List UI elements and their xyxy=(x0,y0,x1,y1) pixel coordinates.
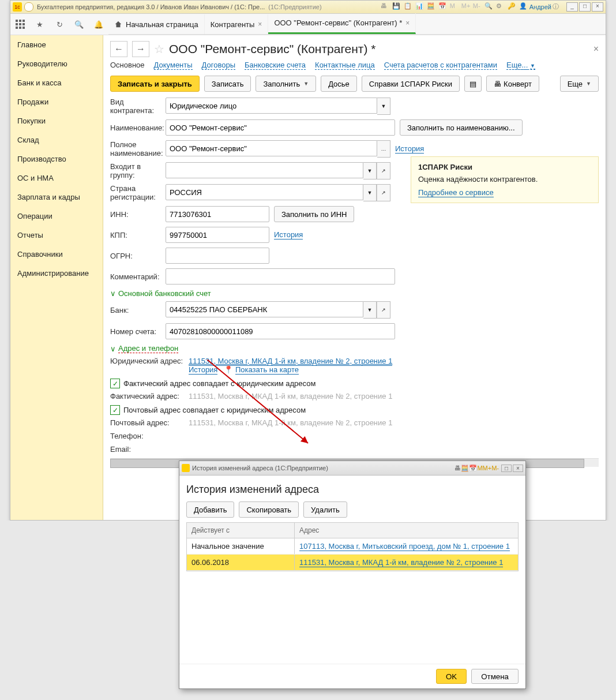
print-icon[interactable]: 🖶 xyxy=(381,2,390,12)
titlebar-dropdown[interactable] xyxy=(24,2,33,12)
star-icon[interactable]: ★ xyxy=(30,14,50,35)
fullname-more-icon[interactable]: … xyxy=(377,140,390,158)
sidebar-item-otchety[interactable]: Отчеты xyxy=(10,226,103,245)
country-dropdown-icon[interactable]: ▼ xyxy=(363,184,377,201)
menu-icon[interactable] xyxy=(10,14,30,35)
fill-button[interactable]: Заполнить▼ xyxy=(256,76,316,92)
tab-close-icon[interactable]: × xyxy=(258,20,262,28)
legal-addr-value[interactable]: 111531, Москва г, МКАД 1-й км, владение … xyxy=(189,357,392,366)
history-link-kpp[interactable]: История xyxy=(274,230,303,239)
subnav-contracts[interactable]: Договоры xyxy=(202,61,235,70)
minimize-button[interactable]: _ xyxy=(566,2,578,12)
m-minus-icon[interactable]: M- xyxy=(473,2,482,12)
sidebar-item-pokupki[interactable]: Покупки xyxy=(10,111,103,130)
calendar-icon[interactable]: 📅 xyxy=(469,465,477,472)
group-open-icon[interactable]: ↗ xyxy=(377,162,390,179)
m-icon[interactable]: M xyxy=(477,465,482,471)
tab-remont-servis[interactable]: ООО "Ремонт-сервис" (Контрагент) * × xyxy=(268,13,416,34)
save-button[interactable]: Записать xyxy=(204,76,251,92)
print-icon[interactable]: 🖶 xyxy=(455,465,461,471)
country-input[interactable] xyxy=(166,184,363,200)
calc-icon[interactable]: 🧮 xyxy=(461,465,469,472)
subnav-contacts[interactable]: Контактные лица xyxy=(315,61,375,70)
sidebar-item-operacii[interactable]: Операции xyxy=(10,207,103,226)
subnav-more[interactable]: Еще... ▼ xyxy=(506,61,535,70)
history-link-addr[interactable]: История xyxy=(189,365,217,375)
sidebar-item-os-nma[interactable]: ОС и НМА xyxy=(10,169,103,188)
prefs-icon[interactable]: ⚙ xyxy=(496,2,505,12)
sidebar-item-rukovoditelyu[interactable]: Руководителю xyxy=(10,54,103,73)
bank-section-toggle[interactable]: ∨ Основной банковский счет xyxy=(110,289,599,298)
comment-input[interactable] xyxy=(166,268,395,285)
zoom-icon[interactable]: 🔍 xyxy=(484,2,494,12)
nav-fwd-button[interactable]: → xyxy=(132,41,149,57)
show-map-link[interactable]: Показать на карте xyxy=(235,365,299,375)
key-icon[interactable]: 🔑 xyxy=(508,2,517,12)
layout-icon-button[interactable]: ▤ xyxy=(464,76,482,92)
bank-input[interactable] xyxy=(166,301,363,317)
spark-button[interactable]: Справки 1СПАРК Риски xyxy=(362,76,460,92)
search-icon[interactable]: 🔍 xyxy=(69,14,89,35)
account-no-input[interactable] xyxy=(166,323,395,339)
bank-dropdown-icon[interactable]: ▼ xyxy=(363,301,377,319)
spark-link[interactable]: Подробнее о сервисе xyxy=(418,188,494,197)
info-icon[interactable]: ⓘ xyxy=(553,2,562,12)
username[interactable]: Андрей xyxy=(529,3,551,10)
group-dropdown-icon[interactable]: ▼ xyxy=(363,162,377,179)
dialog-close-button[interactable]: × xyxy=(513,465,523,472)
add-button[interactable]: Добавить xyxy=(186,501,234,518)
chart-icon[interactable]: 📊 xyxy=(415,2,425,12)
envelope-button[interactable]: 🖶 Конверт xyxy=(486,76,539,92)
sidebar-item-admin[interactable]: Администрирование xyxy=(10,264,103,283)
sidebar-item-proizvodstvo[interactable]: Производство xyxy=(10,149,103,169)
sidebar-item-spravochniki[interactable]: Справочники xyxy=(10,245,103,264)
more-button[interactable]: Еще▼ xyxy=(560,76,599,92)
m-plus-icon[interactable]: M+ xyxy=(483,465,492,471)
bell-icon[interactable]: 🔔 xyxy=(89,14,108,35)
close-button[interactable]: × xyxy=(592,2,603,12)
sidebar-item-glavnoe[interactable]: Главное xyxy=(10,35,103,54)
m-minus-icon[interactable]: M- xyxy=(491,465,499,471)
dialog-maximize-button[interactable]: □ xyxy=(501,465,512,472)
subnav-docs[interactable]: Документы xyxy=(154,61,193,70)
m-icon[interactable]: M xyxy=(450,2,459,12)
delete-button[interactable]: Удалить xyxy=(303,501,347,518)
m-plus-icon[interactable]: M+ xyxy=(461,2,471,12)
calc-icon[interactable]: 🧮 xyxy=(427,2,436,12)
fill-by-inn-button[interactable]: Заполнить по ИНН xyxy=(274,206,354,222)
tab-home[interactable]: Начальная страница xyxy=(108,14,205,34)
country-open-icon[interactable]: ↗ xyxy=(377,184,390,201)
subnav-settlements[interactable]: Счета расчетов с контрагентами xyxy=(384,61,497,70)
subnav-accounts[interactable]: Банковские счета xyxy=(245,61,306,70)
sidebar-item-prodazhi[interactable]: Продажи xyxy=(10,92,103,111)
save-icon[interactable]: 💾 xyxy=(392,2,401,12)
inn-input[interactable] xyxy=(166,206,269,222)
dossier-button[interactable]: Досье xyxy=(321,76,357,92)
fill-by-name-button[interactable]: Заполнить по наименованию... xyxy=(400,119,523,136)
kpp-input[interactable] xyxy=(166,227,269,243)
maximize-button[interactable]: □ xyxy=(579,2,591,12)
bank-open-icon[interactable]: ↗ xyxy=(377,301,390,319)
group-input[interactable] xyxy=(166,162,363,178)
fact-check[interactable]: ✓ xyxy=(110,379,120,388)
history-link-fullname[interactable]: История xyxy=(395,144,424,154)
post-check[interactable]: ✓ xyxy=(110,405,120,415)
kind-input[interactable] xyxy=(166,98,377,114)
kind-dropdown-icon[interactable]: ▼ xyxy=(377,98,390,115)
tab-contragents[interactable]: Контрагенты × xyxy=(205,14,269,34)
subnav-main[interactable]: Основное xyxy=(110,61,145,70)
page-close-icon[interactable]: × xyxy=(594,44,599,54)
sidebar-item-zarplata[interactable]: Зарплата и кадры xyxy=(10,188,103,207)
tab-close-icon[interactable]: × xyxy=(405,19,410,27)
sidebar-item-bank[interactable]: Банк и касса xyxy=(10,73,103,92)
name-input[interactable] xyxy=(166,119,395,136)
nav-back-button[interactable]: ← xyxy=(110,41,127,57)
calendar-icon[interactable]: 📅 xyxy=(438,2,448,12)
ogrn-input[interactable] xyxy=(166,248,269,264)
history-icon[interactable]: ↻ xyxy=(50,14,69,35)
favorite-star-icon[interactable]: ☆ xyxy=(154,42,164,56)
sidebar-item-sklad[interactable]: Склад xyxy=(10,130,103,149)
fullname-input[interactable] xyxy=(166,140,377,156)
save-close-button[interactable]: Записать и закрыть xyxy=(110,76,200,92)
copy-button[interactable]: Скопировать xyxy=(239,501,299,518)
